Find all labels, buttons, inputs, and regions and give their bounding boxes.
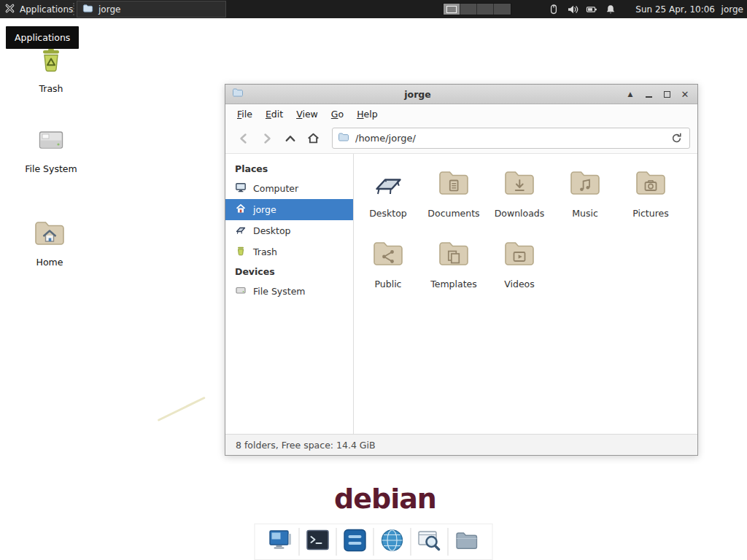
minimize-button[interactable] bbox=[643, 88, 654, 100]
system-tray bbox=[547, 0, 616, 18]
folder-documents-icon bbox=[436, 166, 471, 203]
computer-icon bbox=[235, 182, 247, 195]
folder-item-downloads[interactable]: Downloads bbox=[487, 161, 552, 232]
home-button[interactable] bbox=[303, 128, 324, 149]
folder-music-icon bbox=[568, 166, 603, 203]
folder-item-videos[interactable]: Videos bbox=[487, 232, 552, 303]
desktop-icon-label: File System bbox=[25, 163, 77, 174]
folder-item-desktop[interactable]: Desktop bbox=[355, 161, 421, 232]
menu-file[interactable]: File bbox=[231, 106, 259, 122]
workspace-2[interactable] bbox=[460, 4, 477, 15]
folder-item-label: Public bbox=[375, 279, 402, 289]
dock-file-manager-button[interactable] bbox=[450, 526, 484, 558]
app-finder-icon bbox=[417, 528, 442, 556]
back-button[interactable] bbox=[233, 128, 254, 149]
window-list-icon bbox=[343, 528, 368, 556]
bottom-dock bbox=[255, 524, 493, 560]
dock-separator bbox=[411, 528, 411, 556]
file-manager-folder-icon bbox=[454, 528, 479, 556]
user-desktop-icon bbox=[371, 166, 406, 203]
taskbar-window-button[interactable]: jorge bbox=[77, 1, 226, 18]
folder-item-pictures[interactable]: Pictures bbox=[618, 161, 684, 232]
folder-public-icon bbox=[371, 236, 406, 273]
dock-show-desktop-button[interactable] bbox=[264, 526, 298, 558]
menu-view[interactable]: View bbox=[290, 106, 325, 122]
path-bar[interactable] bbox=[332, 128, 690, 149]
trash-icon bbox=[235, 245, 247, 259]
applications-menu-button[interactable]: Applications bbox=[0, 0, 80, 18]
home-icon bbox=[235, 203, 247, 217]
status-text: 8 folders, Free space: 14.4 GiB bbox=[236, 440, 376, 451]
shade-button[interactable]: ▲ bbox=[624, 88, 636, 100]
folder-pictures-icon bbox=[633, 166, 668, 203]
reload-icon[interactable] bbox=[668, 131, 684, 147]
workspace-pager bbox=[443, 3, 511, 15]
folder-item-documents[interactable]: Documents bbox=[421, 161, 487, 232]
applications-menu-label: Applications bbox=[20, 4, 73, 15]
mouse-icon[interactable] bbox=[547, 3, 560, 15]
panel-grip bbox=[73, 3, 74, 15]
sidebar-item-trash[interactable]: Trash bbox=[225, 241, 353, 262]
close-button[interactable]: ✕ bbox=[679, 88, 691, 100]
panel-clock[interactable]: Sun 25 Apr, 10:06 bbox=[635, 0, 715, 18]
folder-item-public[interactable]: Public bbox=[355, 232, 421, 303]
window-titlebar[interactable]: jorge ▲ ✕ bbox=[225, 85, 697, 104]
folder-item-music[interactable]: Music bbox=[552, 161, 618, 232]
desktop-icon-trash[interactable]: Trash bbox=[16, 42, 86, 94]
terminal-icon bbox=[306, 528, 330, 556]
file-manager-window: jorge ▲ ✕ File Edit View Go Help bbox=[225, 84, 698, 456]
menu-go[interactable]: Go bbox=[325, 106, 350, 122]
folder-item-templates[interactable]: Templates bbox=[421, 232, 487, 303]
desktop-icon-home[interactable]: Home bbox=[15, 216, 85, 268]
toolbar bbox=[225, 123, 697, 154]
dock-web-browser-button[interactable] bbox=[376, 526, 409, 558]
drive-icon bbox=[235, 284, 247, 298]
folder-item-label: Music bbox=[572, 208, 598, 219]
workspace-1[interactable] bbox=[444, 4, 460, 15]
workspace-4[interactable] bbox=[494, 4, 511, 15]
battery-icon[interactable] bbox=[585, 3, 597, 15]
panel-user-label: jorge bbox=[721, 0, 743, 18]
window-title: jorge bbox=[225, 89, 610, 100]
desktop-icon-label: Home bbox=[36, 257, 63, 268]
sidebar-item-filesystem[interactable]: File System bbox=[225, 281, 353, 302]
drive-icon bbox=[34, 122, 69, 160]
forward-button[interactable] bbox=[256, 128, 277, 149]
menu-help[interactable]: Help bbox=[350, 106, 384, 122]
folder-item-label: Templates bbox=[430, 279, 477, 289]
workspace-3[interactable] bbox=[477, 4, 494, 15]
up-button[interactable] bbox=[279, 128, 301, 149]
folder-downloads-icon bbox=[502, 166, 537, 203]
sidebar-item-label: jorge bbox=[253, 204, 276, 215]
show-desktop-icon bbox=[268, 528, 293, 556]
dock-window-list-button[interactable] bbox=[338, 526, 372, 558]
menubar: File Edit View Go Help bbox=[225, 104, 697, 123]
folder-item-label: Pictures bbox=[632, 208, 669, 219]
bell-icon[interactable] bbox=[604, 3, 616, 15]
sidebar-item-label: Computer bbox=[253, 183, 298, 194]
sidebar-item-jorge[interactable]: jorge bbox=[225, 199, 353, 220]
icon-view[interactable]: Desktop Documents bbox=[354, 154, 697, 434]
dock-app-finder-button[interactable] bbox=[413, 526, 446, 558]
applications-tooltip: Applications bbox=[6, 26, 79, 49]
sidebar: Places Computer bbox=[225, 154, 354, 434]
desktop-icon-label: Trash bbox=[39, 83, 63, 94]
desktop-scratch-line bbox=[158, 397, 206, 421]
path-input[interactable] bbox=[355, 133, 662, 144]
sidebar-item-label: File System bbox=[253, 286, 306, 297]
folder-item-label: Documents bbox=[427, 208, 479, 219]
dock-terminal-button[interactable] bbox=[301, 526, 335, 558]
desktop-icon bbox=[235, 224, 247, 238]
menu-edit[interactable]: Edit bbox=[259, 106, 290, 122]
desktop-icon-filesystem[interactable]: File System bbox=[16, 122, 86, 174]
volume-icon[interactable] bbox=[566, 3, 578, 15]
path-folder-icon bbox=[338, 131, 349, 146]
sidebar-item-computer[interactable]: Computer bbox=[225, 178, 353, 199]
dock-separator bbox=[336, 528, 337, 556]
dock-separator bbox=[448, 528, 449, 556]
maximize-button[interactable] bbox=[661, 88, 673, 100]
sidebar-item-label: Trash bbox=[253, 246, 277, 257]
web-browser-globe-icon bbox=[380, 528, 405, 556]
sidebar-item-desktop[interactable]: Desktop bbox=[225, 220, 353, 241]
folder-item-label: Videos bbox=[504, 279, 535, 289]
